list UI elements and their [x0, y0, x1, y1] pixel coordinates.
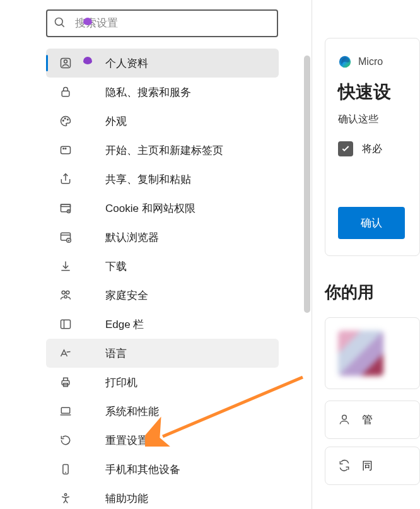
sidebar-item-system[interactable]: 系统和性能	[46, 397, 279, 426]
svg-rect-19	[61, 320, 71, 328]
svg-rect-12	[61, 204, 71, 206]
sidebar-panel-icon	[59, 317, 73, 331]
cookie-icon	[59, 201, 73, 215]
sidebar-item-printers[interactable]: 打印机	[46, 368, 279, 397]
language-icon	[59, 346, 73, 360]
sidebar-item-downloads[interactable]: 下载	[46, 252, 279, 281]
search-icon	[54, 16, 67, 30]
sidebar-item-share[interactable]: 共享、复制和粘贴	[46, 165, 279, 194]
profile-icon	[59, 56, 73, 70]
checkbox-row[interactable]: 将必	[338, 141, 407, 156]
sidebar-item-label: 重置设置	[105, 433, 148, 448]
svg-point-7	[67, 119, 69, 120]
sidebar-item-label: 辅助功能	[105, 491, 148, 506]
sidebar-item-label: Cookie 和网站权限	[105, 201, 195, 216]
svg-point-6	[64, 118, 66, 119]
svg-rect-21	[62, 381, 69, 385]
lock-icon	[59, 85, 73, 99]
sidebar-item-label: 开始、主页和新建标签页	[105, 143, 223, 158]
search-input[interactable]	[75, 17, 271, 30]
card-description: 确认这些	[338, 113, 407, 126]
sidebar-item-default-browser[interactable]: 默认浏览器	[46, 223, 279, 252]
palette-icon	[59, 114, 73, 128]
sidebar-item-label: 手机和其他设备	[105, 462, 180, 477]
main-content: Micro 快速设 确认这些 将必 确认 你的用 管	[312, 0, 420, 509]
svg-point-26	[64, 494, 66, 496]
profile-card[interactable]	[325, 317, 420, 389]
reset-icon	[59, 433, 73, 447]
manage-account-row[interactable]: 管	[325, 401, 420, 439]
brand-row: Micro	[338, 55, 407, 69]
svg-point-18	[64, 295, 67, 298]
sidebar-item-profile[interactable]: 个人资料	[46, 49, 279, 78]
sidebar-item-start[interactable]: 开始、主页和新建标签页	[46, 136, 279, 165]
svg-point-9	[63, 148, 64, 149]
sync-icon	[338, 459, 352, 473]
sidebar-item-label: 系统和性能	[105, 404, 159, 419]
sidebar-item-phone[interactable]: 手机和其他设备	[46, 455, 279, 484]
sidebar-item-label: 语言	[105, 346, 127, 361]
sidebar-item-label: 隐私、搜索和服务	[105, 85, 191, 100]
sync-label: 同	[362, 459, 373, 473]
svg-point-3	[64, 60, 67, 63]
accessibility-icon	[59, 491, 73, 505]
share-icon	[59, 172, 73, 186]
edge-logo-icon	[338, 55, 352, 69]
svg-point-16	[62, 291, 65, 294]
sidebar-item-accessibility[interactable]: 辅助功能	[46, 484, 279, 509]
confirm-button[interactable]: 确认	[338, 207, 405, 239]
manage-label: 管	[362, 412, 373, 427]
cursor-decoration	[83, 57, 92, 64]
browser-check-icon	[59, 230, 73, 244]
family-icon	[59, 288, 73, 302]
sidebar-item-label: 共享、复制和粘贴	[105, 172, 191, 187]
sidebar-item-edgebar[interactable]: Edge 栏	[46, 310, 279, 339]
sync-row[interactable]: 同	[325, 447, 420, 485]
checkbox-icon[interactable]	[338, 141, 353, 156]
printer-icon	[59, 375, 73, 389]
sidebar-item-reset[interactable]: 重置设置	[46, 426, 279, 455]
svg-point-5	[62, 120, 64, 121]
svg-line-1	[62, 25, 64, 27]
svg-point-10	[65, 148, 66, 149]
sidebar-item-cookies[interactable]: Cookie 和网站权限	[46, 194, 279, 223]
settings-nav: 个人资料 隐私、搜索和服务 外观 开始、主页和新建标签页	[0, 49, 312, 509]
settings-sidebar: 个人资料 隐私、搜索和服务 外观 开始、主页和新建标签页	[0, 0, 312, 509]
checkbox-label: 将必	[362, 143, 382, 156]
svg-point-0	[55, 18, 63, 26]
sidebar-item-family[interactable]: 家庭安全	[46, 281, 279, 310]
avatar	[338, 331, 383, 376]
svg-point-17	[66, 291, 69, 294]
laptop-icon	[59, 404, 73, 418]
card-title: 快速设	[338, 80, 407, 104]
sidebar-item-label: 默认浏览器	[105, 230, 159, 245]
svg-point-29	[342, 415, 347, 419]
cursor-decoration	[83, 18, 92, 25]
quick-setup-card: Micro 快速设 确认这些 将必 确认	[325, 38, 420, 256]
sidebar-item-label: 外观	[105, 114, 127, 129]
sidebar-item-privacy[interactable]: 隐私、搜索和服务	[46, 78, 279, 107]
brand-text: Micro	[358, 56, 383, 67]
svg-rect-4	[62, 91, 69, 96]
tab-icon	[59, 143, 73, 157]
search-box[interactable]	[46, 9, 278, 37]
section-title-profile: 你的用	[325, 281, 420, 303]
sidebar-item-languages[interactable]: 语言	[46, 339, 279, 368]
sidebar-item-label: 家庭安全	[105, 288, 148, 303]
svg-rect-23	[61, 407, 69, 413]
person-icon	[338, 413, 352, 427]
sidebar-item-appearance[interactable]: 外观	[46, 107, 279, 136]
download-icon	[59, 259, 73, 273]
sidebar-item-label: 个人资料	[105, 56, 148, 71]
sidebar-scrollbar[interactable]	[304, 56, 310, 313]
phone-icon	[59, 462, 73, 476]
sidebar-item-label: 打印机	[105, 375, 137, 390]
sidebar-item-label: Edge 栏	[105, 317, 144, 332]
sidebar-item-label: 下载	[105, 259, 127, 274]
